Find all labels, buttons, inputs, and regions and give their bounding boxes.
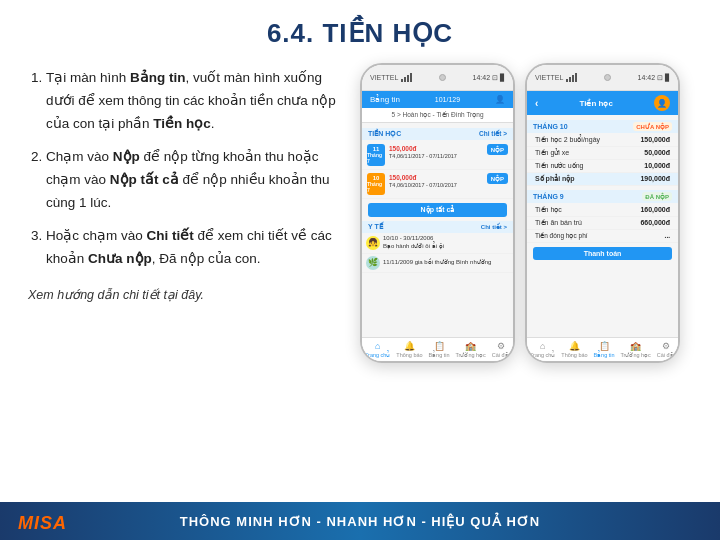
phone-right: VIETTEL 14:42 ⊡ ▊ ‹ Tiền học 👤 THÁNG 10 … [525, 63, 680, 363]
phone-nav-left: ⌂Trang chủ 🔔Thông báo 📋Bảng tin 🏫Trường … [362, 337, 513, 361]
phones-container: VIETTEL 14:42 ⊡ ▊ Bảng tin 101/129 👤 5 >… [338, 59, 702, 509]
fee-row-total: Số phải nộp 190,000đ [527, 173, 678, 186]
fee-row-1: Tiền học 2 buổi/ngày 150,000đ [527, 134, 678, 147]
phone-content-left: TIỀN HỌC Chi tiết > 11 Tháng 7 150,000đ … [362, 123, 513, 337]
fee-row-3: Tiền nước uống 10,000đ [527, 160, 678, 173]
nop-tat-ca-btn[interactable]: Nộp tất cả [368, 203, 507, 217]
yte-item-1: 👧 10/10 - 30/11/2006Bạo hành dưới ôi ải … [362, 233, 513, 254]
page-title: 6.4. TIỀN HỌC [0, 0, 720, 59]
instruction-item-3: Hoặc chạm vào Chi tiết để xem chi tiết v… [46, 225, 338, 271]
phone-top-right: VIETTEL 14:42 ⊡ ▊ [527, 65, 678, 91]
nav-r-bang-tin[interactable]: 📋Bảng tin [593, 341, 614, 358]
fee-item-1: 11 Tháng 7 150,000đ T4,06/11/2017 - 07/1… [362, 141, 513, 170]
avatar-right: 👤 [654, 95, 670, 111]
fee-row-t9-1: Tiền học 160,000đ [527, 204, 678, 217]
yte-icon-1: 👧 [366, 236, 380, 250]
yte-item-2: 🌿 11/11/2009 gia bồi thường Bình nhường [362, 254, 513, 273]
nav-trang-chu[interactable]: ⌂Trang chủ [365, 341, 391, 358]
fee-row-t9-3: Tiền đóng học phí ... [527, 230, 678, 243]
phone-header-left: Bảng tin 101/129 👤 [362, 91, 513, 108]
phone-header-right: ‹ Tiền học 👤 [527, 91, 678, 115]
phone-left: VIETTEL 14:42 ⊡ ▊ Bảng tin 101/129 👤 5 >… [360, 63, 515, 363]
phone-content-right: THÁNG 10 CHƯA NỘP Tiền học 2 buổi/ngày 1… [527, 115, 678, 337]
fee-row-t9-2: Tiền ăn bán trú 660,000đ [527, 217, 678, 230]
phone-nav-right: ⌂Trang chủ 🔔Thông báo 📋Bảng tin 🏫Trường … [527, 337, 678, 361]
tab-hoc-sinh[interactable]: 5 > Hoàn học - Tiến Đình Trọng [362, 108, 513, 122]
hint-text: Xem hướng dẫn chi tiết tại đây. [28, 285, 338, 306]
yte-section: Y TẾ Chi tiết > 👧 10/10 - 30/11/2006Bạo … [362, 221, 513, 273]
instruction-item-1: Tại màn hình Bảng tin, vuốt màn hình xuố… [46, 67, 338, 136]
thang9-header: THÁNG 9 ĐÃ NỘP [527, 190, 678, 203]
nav-r-truong-hoc[interactable]: 🏫Trường học [620, 341, 650, 358]
fee-row-2: Tiền gửi xe 50,000đ [527, 147, 678, 160]
tien-hoc-section-header: TIỀN HỌC Chi tiết > [362, 128, 513, 140]
nav-r-trang-chu[interactable]: ⌂Trang chủ [530, 341, 556, 358]
fee-item-2: 10 Tháng 7 150,000đ T4,06/10/2017 - 07/1… [362, 170, 513, 199]
instructions-panel: Tại màn hình Bảng tin, vuốt màn hình xuố… [28, 59, 338, 509]
phone-tabs-left: 5 > Hoàn học - Tiến Đình Trọng [362, 108, 513, 123]
yte-header: Y TẾ Chi tiết > [362, 221, 513, 233]
nav-thong-bao[interactable]: 🔔Thông báo [396, 341, 422, 358]
nav-cai-dat[interactable]: ⚙Cài đặt [492, 341, 510, 358]
phone-screen-left: Bảng tin 101/129 👤 5 > Hoàn học - Tiến Đ… [362, 91, 513, 361]
nop-btn-2[interactable]: NỘP [487, 173, 508, 184]
nav-r-thong-bao[interactable]: 🔔Thông báo [561, 341, 587, 358]
nav-truong-hoc[interactable]: 🏫Trường học [455, 341, 485, 358]
instruction-item-2: Chạm vào Nộp để nộp từng khoản thu hoặc … [46, 146, 338, 215]
avatar-left: 👤 [495, 95, 505, 104]
bottom-bar-text: THÔNG MINH HƠN - NHANH HƠN - HIỆU QUẢ HƠ… [180, 514, 540, 529]
nav-r-cai-dat[interactable]: ⚙Cài đặt [657, 341, 675, 358]
thang10-header: THÁNG 10 CHƯA NỘP [527, 120, 678, 133]
nop-btn-1[interactable]: NỘP [487, 144, 508, 155]
misa-logo: MISA [18, 513, 67, 534]
camera-dot-right [604, 74, 611, 81]
camera-dot [439, 74, 446, 81]
phone-top-left: VIETTEL 14:42 ⊡ ▊ [362, 65, 513, 91]
phone-screen-right: ‹ Tiền học 👤 THÁNG 10 CHƯA NỘP Tiền học … [527, 91, 678, 361]
fee-date-2: 10 Tháng 7 [367, 173, 385, 195]
yte-icon-2: 🌿 [366, 256, 380, 270]
thanh-toan-btn[interactable]: Thanh toán [533, 247, 672, 260]
bottom-bar: MISA THÔNG MINH HƠN - NHANH HƠN - HIỆU Q… [0, 502, 720, 540]
nav-bang-tin[interactable]: 📋Bảng tin [428, 341, 449, 358]
fee-date-1: 11 Tháng 7 [367, 144, 385, 166]
